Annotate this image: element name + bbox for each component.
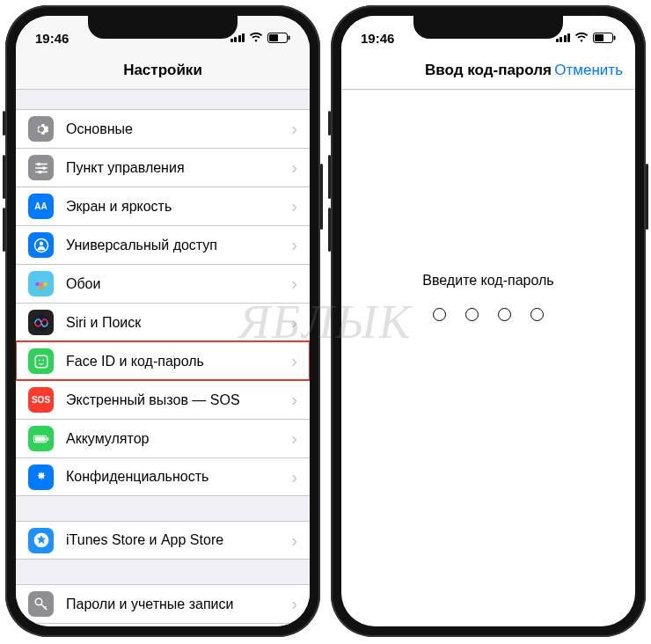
chevron-right-icon: ›: [291, 312, 297, 333]
row-appstore[interactable]: iTunes Store и App Store›: [16, 521, 310, 560]
svg-rect-37: [595, 34, 603, 41]
row-battery[interactable]: Аккумулятор›: [16, 419, 310, 457]
row-label: iTunes Store и App Store: [66, 532, 291, 548]
passcode-dot: [498, 308, 511, 321]
row-siri[interactable]: Siri и Поиск›: [16, 303, 310, 341]
svg-point-15: [35, 282, 40, 286]
passcode-prompt: Введите код-пароль: [422, 273, 553, 289]
passwords-icon: [28, 591, 54, 617]
battery-icon: [267, 33, 290, 43]
row-general[interactable]: Основные›: [16, 109, 310, 148]
row-label: Конфиденциальность: [66, 469, 291, 485]
svg-point-19: [42, 359, 44, 361]
svg-rect-36: [614, 36, 616, 40]
passcode-dot: [530, 308, 544, 321]
row-sos[interactable]: SOSЭкстренный вызов — SOS›: [16, 380, 310, 419]
screen-settings: 19:46 Настройки Основные›Пункт управлени…: [16, 16, 310, 626]
chevron-right-icon: ›: [291, 390, 297, 410]
nav-title: Настройки: [123, 62, 202, 79]
control-center-icon: [28, 155, 54, 180]
row-label: Пункт управления: [66, 160, 291, 176]
phone-left: 19:46 Настройки Основные›Пункт управлени…: [5, 5, 320, 637]
row-accessibility[interactable]: Универсальный доступ›: [16, 225, 310, 264]
chevron-right-icon: ›: [291, 594, 297, 614]
row-label: Экстренный вызов — SOS: [66, 392, 291, 408]
row-control-center[interactable]: Пункт управления›: [16, 148, 310, 187]
row-privacy[interactable]: Конфиденциальность›: [16, 457, 310, 496]
status-indicators: [230, 33, 291, 43]
chevron-right-icon: ›: [291, 351, 297, 371]
svg-rect-2: [269, 34, 278, 41]
row-wallpaper[interactable]: Обои›: [16, 264, 310, 303]
svg-point-13: [43, 282, 48, 286]
display-icon: AA: [28, 194, 54, 219]
svg-point-11: [39, 282, 43, 286]
svg-point-8: [38, 170, 41, 173]
row-display[interactable]: AAЭкран и яркость›: [16, 187, 310, 225]
chevron-right-icon: ›: [291, 531, 297, 551]
settings-group: iTunes Store и App Store›: [16, 521, 310, 560]
nav-bar: Ввод код-пароля Отменить: [341, 51, 635, 90]
screen-passcode: 19:46 Ввод код-пароля Отменить Введите к…: [341, 16, 635, 626]
settings-group: Пароли и учетные записи›Почта›Контакты›П…: [16, 584, 310, 626]
row-mail[interactable]: Почта›: [16, 623, 310, 626]
svg-rect-1: [289, 36, 290, 40]
row-label: Пароли и учетные записи: [66, 596, 291, 612]
settings-content[interactable]: Основные›Пункт управления›AAЭкран и ярко…: [16, 90, 310, 626]
battery-icon: [593, 33, 616, 43]
row-label: Универсальный доступ: [66, 238, 291, 253]
wifi-icon: [574, 33, 589, 43]
privacy-icon: [28, 465, 54, 490]
chevron-right-icon: ›: [291, 119, 297, 139]
general-icon: [28, 116, 54, 142]
passcode-area: Введите код-пароль: [341, 90, 635, 626]
svg-point-7: [42, 166, 46, 170]
status-time: 19:46: [35, 31, 69, 46]
row-label: Siri и Поиск: [66, 315, 291, 331]
svg-rect-22: [34, 436, 45, 441]
chevron-right-icon: ›: [291, 157, 297, 178]
accessibility-icon: [28, 232, 54, 258]
battery-icon: [28, 426, 54, 451]
row-label: Обои: [66, 276, 291, 292]
svg-rect-17: [35, 355, 48, 368]
row-label: Экран и яркость: [66, 199, 291, 215]
nav-title: Ввод код-пароля: [425, 62, 552, 79]
svg-rect-21: [47, 437, 48, 440]
chevron-right-icon: ›: [291, 235, 297, 255]
svg-point-6: [37, 162, 40, 165]
settings-group: Основные›Пункт управления›AAЭкран и ярко…: [16, 109, 310, 496]
faceid-icon: [28, 348, 54, 374]
sos-icon: SOS: [28, 387, 54, 413]
status-indicators: [556, 33, 617, 43]
svg-point-18: [38, 359, 40, 361]
chevron-right-icon: ›: [291, 428, 297, 449]
cancel-button[interactable]: Отменить: [554, 62, 623, 79]
svg-point-10: [39, 241, 43, 245]
appstore-icon: [28, 528, 54, 553]
notch: [413, 16, 563, 39]
svg-point-14: [39, 286, 43, 290]
phone-right: 19:46 Ввод код-пароля Отменить Введите к…: [331, 5, 646, 637]
chevron-right-icon: ›: [291, 467, 297, 487]
cellular-icon: [556, 33, 571, 42]
notch: [88, 16, 238, 39]
passcode-dot: [465, 308, 479, 321]
nav-bar: Настройки: [16, 51, 310, 90]
row-faceid[interactable]: Face ID и код-пароль›: [16, 341, 310, 380]
row-passwords[interactable]: Пароли и учетные записи›: [16, 584, 310, 623]
chevron-right-icon: ›: [291, 196, 297, 216]
row-label: Основные: [66, 121, 291, 137]
passcode-dots: [433, 308, 544, 321]
status-time: 19:46: [361, 31, 394, 46]
wallpaper-icon: [28, 271, 54, 296]
svg-point-12: [39, 278, 43, 282]
chevron-right-icon: ›: [291, 274, 297, 294]
wifi-icon: [249, 33, 263, 43]
passcode-dot: [433, 308, 446, 321]
svg-point-24: [35, 598, 42, 605]
row-label: Аккумулятор: [66, 431, 291, 447]
cellular-icon: [230, 33, 245, 42]
row-label: Face ID и код-пароль: [66, 354, 291, 370]
siri-icon: [28, 310, 54, 335]
